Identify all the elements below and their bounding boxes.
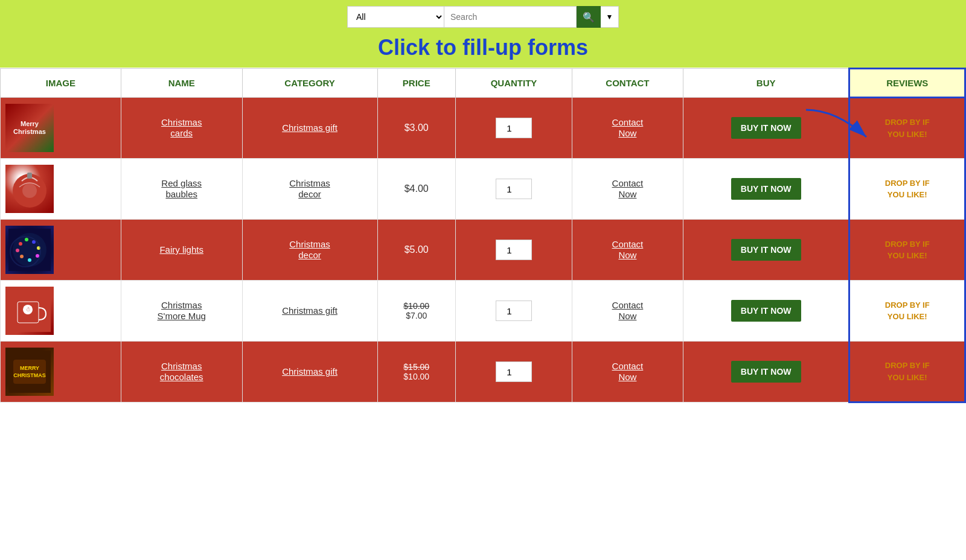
- table-row: Fairy lights Christmasdecor $5.00 Contac…: [1, 220, 965, 281]
- header-category: CATEGORY: [242, 69, 377, 98]
- buy-button[interactable]: BUY IT NOW: [731, 117, 801, 139]
- product-image-cell: MERRY CHRISTMAS: [1, 342, 121, 402]
- product-category-link[interactable]: Christmasdecor: [289, 178, 330, 199]
- category-select[interactable]: All: [347, 6, 444, 28]
- svg-point-11: [20, 255, 24, 258]
- product-reviews-cell: DROP BY IFYOU LIKE!: [849, 281, 965, 342]
- product-category-link[interactable]: Christmas gift: [282, 366, 337, 377]
- quantity-input[interactable]: [496, 361, 532, 382]
- reviews-link[interactable]: DROP BY IFYOU LIKE!: [885, 301, 930, 321]
- svg-rect-19: [13, 360, 46, 384]
- dropdown-button[interactable]: ▼: [601, 6, 619, 28]
- table-row: Red glassbaubles Christmasdecor $4.00 Co…: [1, 159, 965, 220]
- product-image: [5, 226, 54, 274]
- product-name-link[interactable]: Red glassbaubles: [161, 178, 202, 199]
- product-image-cell: MerryChristmas: [1, 98, 121, 159]
- svg-text:MERRY: MERRY: [20, 365, 39, 371]
- product-name-cell: Fairy lights: [121, 220, 242, 281]
- product-image: ☃: [5, 287, 54, 335]
- product-buy-cell: BUY IT NOW: [683, 220, 849, 281]
- search-input[interactable]: [444, 6, 577, 28]
- search-button[interactable]: 🔍: [577, 6, 601, 28]
- product-reviews-cell: DROP BY IFYOU LIKE!: [849, 98, 965, 159]
- product-buy-cell: BUY IT NOW: [683, 159, 849, 220]
- reviews-link[interactable]: DROP BY IFYOU LIKE!: [885, 179, 930, 199]
- product-contact-cell: ContactNow: [572, 281, 683, 342]
- product-price-cell: $5.00: [377, 220, 455, 281]
- product-category-cell: Christmas gift: [242, 342, 377, 402]
- reviews-link[interactable]: DROP BY IFYOU LIKE!: [885, 361, 930, 381]
- product-table: IMAGE NAME CATEGORY PRICE QUANTITY CONTA…: [0, 68, 966, 403]
- product-qty-cell: [455, 98, 572, 159]
- search-row: All 🔍 ▼: [347, 6, 619, 28]
- product-price-original: $15.00: [383, 362, 450, 372]
- buy-button[interactable]: BUY IT NOW: [731, 300, 801, 322]
- product-contact-cell: ContactNow: [572, 159, 683, 220]
- contact-link[interactable]: ContactNow: [612, 239, 644, 260]
- quantity-input[interactable]: [496, 240, 532, 260]
- product-reviews-cell: DROP BY IFYOU LIKE!: [849, 220, 965, 281]
- contact-link[interactable]: ContactNow: [612, 178, 644, 199]
- table-header-row: IMAGE NAME CATEGORY PRICE QUANTITY CONTA…: [1, 69, 965, 98]
- product-price-cell: $15.00 $10.00: [377, 342, 455, 402]
- buy-button[interactable]: BUY IT NOW: [731, 178, 801, 200]
- product-buy-cell: BUY IT NOW: [683, 98, 849, 159]
- top-bar: All 🔍 ▼ Click to fill-up forms: [0, 0, 966, 68]
- product-price-cell: $10.00 $7.00: [377, 281, 455, 342]
- table-row: ☃ ChristmasS'more Mug Christmas gift $10…: [1, 281, 965, 342]
- product-name-link[interactable]: ChristmasS'more Mug: [158, 300, 206, 321]
- svg-text:☃: ☃: [25, 305, 31, 313]
- product-name-link[interactable]: Christmaschocolates: [160, 361, 203, 382]
- product-price-sale: $7.00: [383, 311, 450, 320]
- product-name-link[interactable]: Fairy lights: [159, 244, 203, 255]
- product-name-cell: Christmaschocolates: [121, 342, 242, 402]
- product-price-cell: $3.00: [377, 98, 455, 159]
- product-image-cell: [1, 159, 121, 220]
- product-contact-cell: ContactNow: [572, 220, 683, 281]
- product-name-link[interactable]: Christmascards: [161, 117, 202, 138]
- product-name-cell: Christmascards: [121, 98, 242, 159]
- product-category-cell: Christmas gift: [242, 281, 377, 342]
- svg-point-1: [22, 183, 37, 198]
- svg-point-9: [36, 254, 39, 258]
- quantity-input[interactable]: [496, 301, 532, 321]
- product-category-link[interactable]: Christmas gift: [282, 305, 337, 316]
- header-quantity: QUANTITY: [455, 69, 572, 98]
- buy-button[interactable]: BUY IT NOW: [731, 361, 801, 383]
- product-reviews-cell: DROP BY IFYOU LIKE!: [849, 342, 965, 402]
- product-price-cell: $4.00: [377, 159, 455, 220]
- contact-link[interactable]: ContactNow: [612, 117, 644, 138]
- product-qty-cell: [455, 281, 572, 342]
- svg-point-12: [16, 249, 19, 252]
- product-image-cell: ☃: [1, 281, 121, 342]
- reviews-link[interactable]: DROP BY IFYOU LIKE!: [885, 118, 930, 138]
- product-price: $3.00: [405, 122, 429, 133]
- svg-text:CHRISTMAS: CHRISTMAS: [13, 372, 46, 378]
- svg-point-5: [19, 242, 22, 246]
- product-price: $4.00: [405, 183, 429, 194]
- table-row: MerryChristmas Christmascards Christmas …: [1, 98, 965, 159]
- header-price: PRICE: [377, 69, 455, 98]
- product-category-link[interactable]: Christmas gift: [282, 122, 337, 133]
- product-contact-cell: ContactNow: [572, 98, 683, 159]
- product-category-link[interactable]: Christmasdecor: [289, 239, 330, 260]
- product-price-sale: $10.00: [383, 372, 450, 381]
- header-buy: BUY: [683, 69, 849, 98]
- header-image: IMAGE: [1, 69, 121, 98]
- product-image-cell: [1, 220, 121, 281]
- product-qty-cell: [455, 342, 572, 402]
- product-name-cell: ChristmasS'more Mug: [121, 281, 242, 342]
- quantity-input[interactable]: [496, 118, 532, 138]
- svg-rect-2: [27, 173, 32, 179]
- product-category-cell: Christmas gift: [242, 98, 377, 159]
- product-contact-cell: ContactNow: [572, 342, 683, 402]
- product-image: [5, 165, 54, 213]
- svg-point-10: [28, 258, 31, 262]
- quantity-input[interactable]: [496, 179, 532, 199]
- contact-link[interactable]: ContactNow: [612, 300, 644, 321]
- reviews-link[interactable]: DROP BY IFYOU LIKE!: [885, 240, 930, 260]
- contact-link[interactable]: ContactNow: [612, 361, 644, 382]
- svg-point-6: [25, 238, 28, 241]
- product-qty-cell: [455, 220, 572, 281]
- buy-button[interactable]: BUY IT NOW: [731, 239, 801, 261]
